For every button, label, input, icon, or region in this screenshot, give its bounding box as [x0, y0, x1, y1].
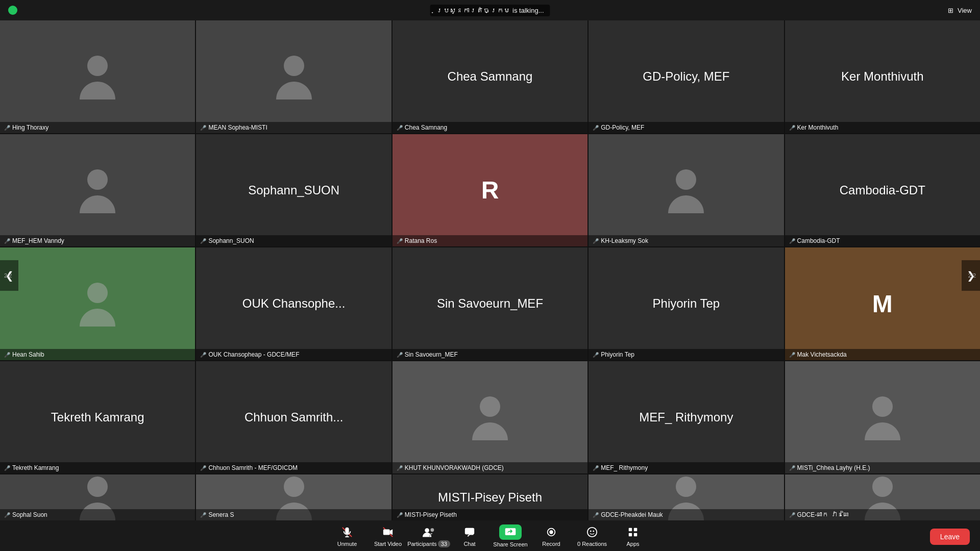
apps-button[interactable]: Apps [612, 520, 653, 551]
name-overlay: GD-Policy, MEF [589, 122, 783, 133]
participant-name-label: MISTI-Pisey Piseth [405, 511, 457, 518]
participant-name-label: Hean Sahib [12, 351, 44, 358]
participant-name-label: Hing Thoraxy [12, 124, 48, 131]
name-overlay: OUK Chansopheap - GDCE/MEF [196, 349, 391, 360]
next-page-button[interactable]: ❯ 2/2 [962, 260, 980, 291]
reactions-icon [583, 525, 601, 539]
tile-display-name: Chhuon Samrith... [244, 410, 343, 424]
mic-status-icon [397, 465, 403, 471]
participant-name-label: Cambodia-GDT [797, 237, 840, 244]
participant-name-label: MISTi_Chhea Layhy (H.E.) [797, 464, 870, 471]
mic-status-icon [593, 465, 599, 471]
participant-tile-9: KH-Leaksmy Sok [589, 134, 783, 247]
start-video-label: Start Video [374, 541, 402, 547]
share-screen-button[interactable]: Share Screen [490, 520, 531, 551]
participant-tile-17: Chhuon Samrith...Chhuon Samrith - MEF/GD… [196, 361, 391, 474]
svg-point-6 [872, 396, 893, 417]
tile-display-name: Cambodia-GDT [840, 183, 925, 197]
participant-tile-7: Sophann_SUONSophann_SUON [196, 134, 391, 247]
avatar-letter: M [860, 281, 905, 327]
mic-status-icon [200, 512, 206, 518]
page-indicator-right: 2/2 [968, 272, 976, 279]
top-bar-left [8, 6, 17, 15]
top-bar: ប្រសូនការតិចក្រម is talking... ⊞ View [0, 0, 980, 20]
participant-tile-25: GDCE-ណាក វ៉ាន់ណៃ [785, 474, 980, 520]
svg-point-24 [590, 530, 592, 532]
chat-label: Chat [463, 541, 475, 547]
svg-point-17 [425, 528, 429, 533]
name-overlay: Hean Sahib [0, 349, 195, 360]
participant-tile-15: MMak Vichetsackda [785, 247, 980, 360]
mic-status-icon [4, 352, 10, 358]
name-overlay: Chhuon Samrith - MEF/GDICDM [196, 462, 391, 473]
participant-tile-10: Cambodia-GDTCambodia-GDT [785, 134, 980, 247]
svg-rect-26 [629, 528, 632, 531]
name-overlay: Ratana Ros [393, 235, 587, 246]
participants-icon [420, 525, 438, 539]
prev-page-button[interactable]: ❮ 2/2 [0, 260, 18, 291]
talking-indicator: ប្រសូនការតិចក្រម is talking... [430, 5, 550, 16]
participant-tile-14: Phiyorin TepPhiyorin Tep [589, 247, 783, 360]
tile-display-name: GD-Policy, MEF [643, 69, 729, 84]
mic-status-icon [397, 512, 403, 518]
record-button[interactable]: Record [531, 520, 572, 551]
reactions-button[interactable]: 0 Reactions [572, 520, 612, 551]
svg-point-18 [430, 528, 434, 532]
participant-name-label: GD-Policy, MEF [601, 124, 644, 131]
tile-display-name: Phiyorin Tep [653, 296, 720, 311]
tile-display-name: Tekreth Kamrang [51, 410, 144, 424]
participant-tile-5: Ker MonthivuthKer Monthivuth [785, 20, 980, 133]
chat-button[interactable]: Chat [449, 520, 490, 551]
name-overlay: GDCE-Pheakdei Mauk [589, 509, 783, 520]
talking-text: ប្រសូនការតិចក្រម is talking... [436, 7, 544, 14]
svg-rect-27 [634, 528, 637, 531]
participant-tile-24: GDCE-Pheakdei Mauk [589, 474, 783, 520]
participant-name-label: GDCE-Pheakdei Mauk [601, 511, 663, 518]
participant-name-label: KH-Leaksmy Sok [601, 237, 648, 244]
participant-name-label: Ker Monthivuth [797, 124, 839, 131]
svg-point-9 [676, 477, 696, 497]
svg-point-23 [587, 527, 597, 536]
mic-status-icon [200, 352, 206, 358]
apps-label: Apps [626, 541, 639, 547]
participant-tile-13: Sin Savoeurn_MEFSin Savoeurn_MEF [393, 247, 587, 360]
name-overlay: Senera S [196, 509, 391, 520]
participants-count: 33 [438, 540, 450, 547]
status-indicator [8, 6, 17, 15]
participant-tile-11: Hean Sahib [0, 247, 195, 360]
unmute-button[interactable]: Unmute [327, 520, 368, 551]
mic-status-icon [789, 512, 795, 518]
participant-name-label: Mak Vichetsackda [797, 351, 847, 358]
name-overlay: KH-Leaksmy Sok [589, 235, 783, 246]
mic-status-icon [4, 512, 10, 518]
tile-display-name: Ker Monthivuth [841, 69, 923, 84]
mic-status-icon [593, 352, 599, 358]
svg-point-1 [284, 56, 304, 76]
participant-tile-4: GD-Policy, MEFGD-Policy, MEF [589, 20, 783, 133]
view-icon: ⊞ [948, 7, 953, 14]
chat-icon [460, 525, 479, 539]
participant-tile-8: RRatana Ros [393, 134, 587, 247]
record-icon [542, 525, 560, 539]
name-overlay: MISTI-Pisey Piseth [393, 509, 587, 520]
leave-button[interactable]: Leave [930, 529, 970, 545]
svg-point-10 [872, 477, 893, 497]
participant-tile-23: MISTI-Pisey PisethMISTI-Pisey Piseth [393, 474, 587, 520]
svg-rect-12 [345, 527, 349, 534]
participant-tile-20: MISTi_Chhea Layhy (H.E.) [785, 361, 980, 474]
view-label[interactable]: View [958, 7, 972, 14]
participant-name-label: KHUT KHUNVORAKWADH (GDCE) [405, 464, 504, 471]
apps-icon [624, 525, 642, 539]
participant-name-label: Ratana Ros [405, 237, 437, 244]
start-video-button[interactable]: Start Video [368, 520, 408, 551]
tile-display-name: MEF_ Rithymony [639, 410, 733, 424]
svg-point-25 [593, 530, 594, 532]
svg-point-4 [87, 283, 108, 303]
tile-display-name: Sophann_SUON [248, 183, 339, 197]
participants-button[interactable]: Participants33 [408, 520, 449, 551]
participant-name-label: Phiyorin Tep [601, 351, 634, 358]
reactions-label: 0 Reactions [577, 541, 607, 547]
participant-tile-3: Chea SamnangChea Samnang [393, 20, 587, 133]
mic-status-icon [789, 238, 795, 244]
name-overlay: Ker Monthivuth [785, 122, 980, 133]
